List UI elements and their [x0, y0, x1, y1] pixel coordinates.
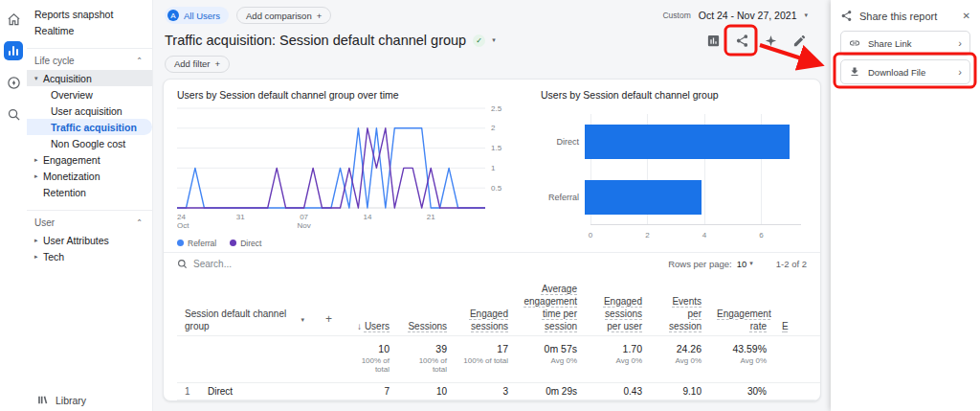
- column-label: E: [782, 321, 789, 331]
- download-file-label: Download File: [868, 67, 925, 78]
- legend-dot: [177, 240, 184, 246]
- sidebar-item-user-attributes[interactable]: ▸User Attributes: [27, 232, 152, 248]
- sidebar-section-title-life-cycle[interactable]: Life cycle⌃: [27, 52, 152, 70]
- column-header-average-engagement-time-per-session[interactable]: Average engagement time per session: [516, 275, 585, 336]
- column-header-e[interactable]: E: [774, 275, 820, 336]
- download-icon: [849, 66, 860, 78]
- sidebar-item-user-acquisition[interactable]: User acquisition: [27, 103, 152, 119]
- totals-cell: 39100% of total: [397, 335, 455, 382]
- page-title: Traffic acquisition: Session default cha…: [165, 33, 466, 48]
- sidebar-item-non-google-cost[interactable]: Non Google cost: [27, 135, 152, 151]
- legend-item-direct[interactable]: Direct: [230, 239, 261, 248]
- sidebar-item-tech[interactable]: ▸Tech: [27, 248, 152, 264]
- sidebar-item-label: Acquisition: [43, 73, 92, 84]
- column-header-events-per-session[interactable]: Events per session: [650, 275, 709, 336]
- sidebar-item-retention[interactable]: Retention: [27, 184, 152, 200]
- bar[interactable]: [585, 125, 790, 159]
- search-icon: [177, 259, 188, 269]
- date-range-picker[interactable]: Custom Oct 24 - Nov 27, 2021 ▾: [662, 10, 808, 21]
- close-icon[interactable]: ✕: [963, 11, 970, 21]
- expand-icon: ▸: [34, 237, 43, 244]
- table-header-row: Session default channel group▾+↓ UsersSe…: [177, 275, 820, 336]
- search-input[interactable]: [193, 259, 318, 269]
- totals-cell: 10100% of total: [340, 335, 397, 382]
- caret-down-icon: ▾: [804, 11, 808, 19]
- add-comparison-button[interactable]: Add comparison +: [236, 7, 331, 24]
- share-icon: [840, 10, 853, 22]
- bar-row-referral: Referral: [541, 176, 801, 218]
- rows-per-page-value: 10: [737, 259, 747, 269]
- column-header-sessions[interactable]: Sessions: [397, 275, 455, 336]
- rows-per-page-label: Rows per page:: [668, 259, 732, 269]
- sidebar-section-title-user[interactable]: User⌃: [27, 214, 152, 232]
- line-chart-plot: 0.511.522.524Oct3107Nov1421: [177, 101, 522, 233]
- date-range-label: Oct 24 - Nov 27, 2021: [699, 10, 797, 21]
- library-label: Library: [56, 395, 86, 406]
- segment-avatar: A: [167, 10, 179, 21]
- sidebar-item-monetization[interactable]: ▸Monetization: [27, 168, 152, 184]
- advertising-icon[interactable]: [4, 104, 23, 124]
- home-icon[interactable]: [4, 10, 23, 29]
- add-dimension-icon[interactable]: +: [325, 312, 332, 328]
- sidebar-item-overview[interactable]: Overview: [27, 86, 152, 103]
- column-label: Engagement rate: [717, 308, 771, 331]
- totals-value: 10: [347, 343, 390, 354]
- row-metric-cell: [774, 382, 820, 400]
- report-card: Users by Session default channel group o…: [163, 79, 821, 401]
- svg-text:1: 1: [491, 163, 496, 171]
- sidebar-item-realtime[interactable]: Realtime: [27, 22, 152, 38]
- sidebar-item-engagement[interactable]: ▸Engagement: [27, 151, 152, 168]
- legend-label: Referral: [188, 239, 216, 248]
- bar-axis-tick: 4: [702, 231, 706, 240]
- rows-per-page-select[interactable]: 10 ▾: [737, 259, 753, 269]
- reports-icon[interactable]: [4, 41, 23, 60]
- column-header-users[interactable]: ↓ Users: [340, 275, 397, 336]
- caret-down-icon: ▾: [492, 36, 496, 44]
- sidebar-item-acquisition[interactable]: ▾Acquisition: [27, 70, 152, 86]
- data-quality-check-icon[interactable]: ✓: [473, 34, 485, 47]
- plus-icon: +: [215, 58, 221, 69]
- svg-text:14: 14: [363, 213, 371, 221]
- row-index: 1: [185, 386, 198, 397]
- sidebar-item-library[interactable]: Library: [36, 394, 86, 406]
- edit-icon[interactable]: [789, 30, 810, 51]
- download-file-button[interactable]: Download File ›: [840, 59, 970, 84]
- svg-text:1.5: 1.5: [491, 144, 502, 152]
- section-label: Life cycle: [34, 56, 75, 66]
- bar-track: [585, 180, 801, 215]
- row-metric-cell: [774, 400, 820, 401]
- totals-value: 1.70: [592, 343, 642, 354]
- column-header-engaged-sessions-per-user[interactable]: Engaged sessions per user: [585, 275, 650, 336]
- row-metric-cell: 10: [397, 382, 455, 400]
- sidebar-item-traffic-acquisition[interactable]: Traffic acquisition: [27, 119, 152, 135]
- totals-cell: 17100% of total: [455, 335, 516, 382]
- table-row[interactable]: 2Referral429141m 07s3.5029.4848.28%: [177, 400, 820, 401]
- legend-item-referral[interactable]: Referral: [177, 239, 216, 248]
- collapse-icon[interactable]: ⌃: [136, 57, 143, 65]
- add-filter-button[interactable]: Add filter +: [165, 56, 230, 73]
- chart-legend: ReferralDirect: [177, 239, 535, 248]
- sidebar-item-reports-snapshot[interactable]: Reports snapshot: [27, 6, 152, 22]
- customize-report-icon[interactable]: [702, 30, 724, 51]
- report-sidebar: Reports snapshotRealtimeLife cycle⌃▾Acqu…: [27, 0, 153, 411]
- table-row[interactable]: 1Direct71030m 29s0.439.1030%: [177, 382, 820, 400]
- share-link-label: Share Link: [868, 38, 911, 49]
- column-header-dimension[interactable]: Session default channel group▾+: [177, 275, 340, 336]
- bar[interactable]: [585, 180, 702, 215]
- column-header-engagement-rate[interactable]: Engagement rate: [709, 275, 774, 336]
- sidebar-item-label: Realtime: [34, 25, 74, 36]
- expand-icon: ▾: [34, 75, 43, 82]
- ga4-app: Reports snapshotRealtimeLife cycle⌃▾Acqu…: [0, 0, 980, 411]
- bar-category-label: Referral: [541, 193, 585, 202]
- segment-chip-all-users[interactable]: A All Users: [165, 7, 229, 24]
- column-label: Sessions: [408, 321, 447, 331]
- totals-sub-label: Avg 0%: [657, 356, 702, 365]
- totals-cell: [774, 335, 820, 382]
- column-header-engaged-sessions[interactable]: Engaged sessions: [455, 275, 516, 336]
- collapse-icon[interactable]: ⌃: [136, 218, 143, 227]
- share-icon[interactable]: [731, 30, 752, 51]
- share-link-button[interactable]: Share Link ›: [840, 31, 970, 56]
- insights-icon[interactable]: [760, 30, 781, 51]
- row-metric-cell: 3: [455, 382, 516, 400]
- explore-icon[interactable]: [4, 73, 23, 92]
